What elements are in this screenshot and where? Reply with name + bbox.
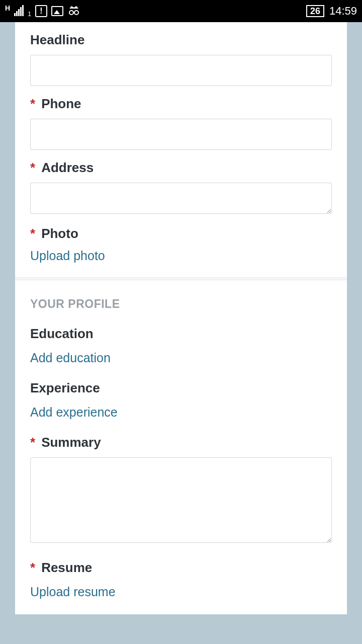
resume-label: Resume xyxy=(41,560,92,576)
upload-resume-link[interactable]: Upload resume xyxy=(30,585,116,599)
experience-group: Experience Add experience xyxy=(30,365,332,420)
battery-indicator: 26 xyxy=(306,5,324,17)
status-right: 26 14:59 xyxy=(306,5,357,18)
photo-group: * Photo Upload photo xyxy=(30,216,332,263)
svg-point-1 xyxy=(74,11,78,15)
summary-group: * Summary xyxy=(30,420,332,545)
status-left: H 1 ! xyxy=(5,5,80,18)
headline-group: Headline xyxy=(30,22,332,86)
address-group: * Address xyxy=(30,150,332,216)
form-card: Headline * Phone * Address * Photo Uploa… xyxy=(15,22,347,614)
network-type-indicator: H xyxy=(5,4,10,12)
summary-label: Summary xyxy=(41,435,101,450)
incognito-icon xyxy=(67,5,80,18)
education-group: Education Add education xyxy=(30,311,332,365)
summary-input[interactable] xyxy=(30,457,332,543)
signal-bars-icon xyxy=(14,6,24,16)
alert-icon: ! xyxy=(35,5,47,17)
address-label: Address xyxy=(41,160,94,176)
upload-photo-link[interactable]: Upload photo xyxy=(30,249,105,263)
status-bar: H 1 ! 26 14:59 xyxy=(0,0,362,22)
resume-group: * Resume Upload resume xyxy=(30,545,332,599)
photo-label: Photo xyxy=(41,226,78,242)
headline-input[interactable] xyxy=(30,55,332,86)
add-education-link[interactable]: Add education xyxy=(30,351,111,365)
required-star-icon: * xyxy=(30,226,35,242)
required-star-icon: * xyxy=(30,560,35,576)
required-star-icon: * xyxy=(30,160,35,176)
your-profile-heading: YOUR PROFILE xyxy=(30,280,332,311)
experience-label: Experience xyxy=(30,380,332,396)
svg-point-0 xyxy=(69,11,73,15)
phone-input[interactable] xyxy=(30,119,332,150)
required-star-icon: * xyxy=(30,435,35,450)
image-icon xyxy=(51,6,63,16)
education-label: Education xyxy=(30,326,332,342)
phone-group: * Phone xyxy=(30,86,332,150)
headline-label: Headline xyxy=(30,32,84,48)
address-input[interactable] xyxy=(30,183,332,214)
required-star-icon: * xyxy=(30,96,35,112)
sim-slot-indicator: 1 xyxy=(28,11,31,18)
page-background: Headline * Phone * Address * Photo Uploa… xyxy=(0,22,362,614)
add-experience-link[interactable]: Add experience xyxy=(30,405,118,420)
phone-label: Phone xyxy=(41,96,81,112)
clock: 14:59 xyxy=(329,5,357,18)
